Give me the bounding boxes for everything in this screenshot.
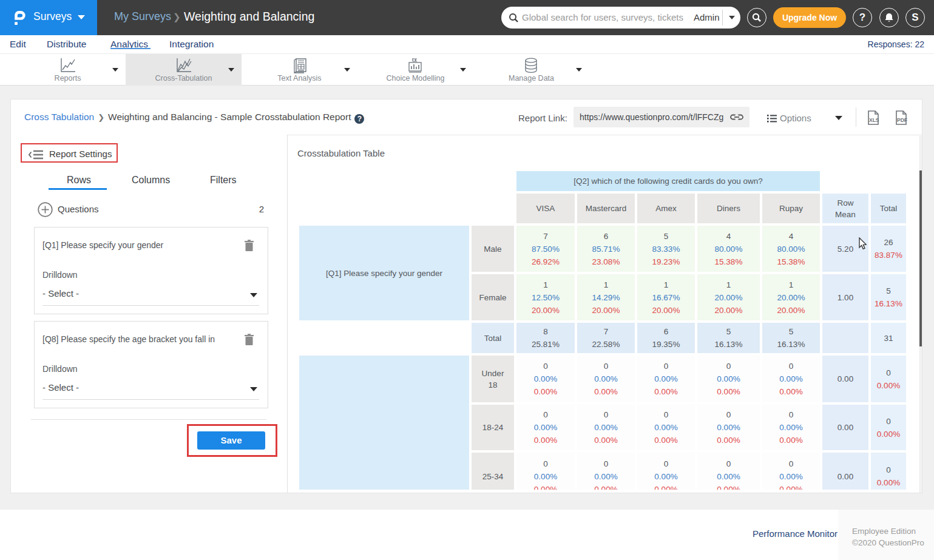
svg-text:XLS: XLS bbox=[869, 117, 879, 123]
svg-text:PDF: PDF bbox=[897, 117, 907, 123]
